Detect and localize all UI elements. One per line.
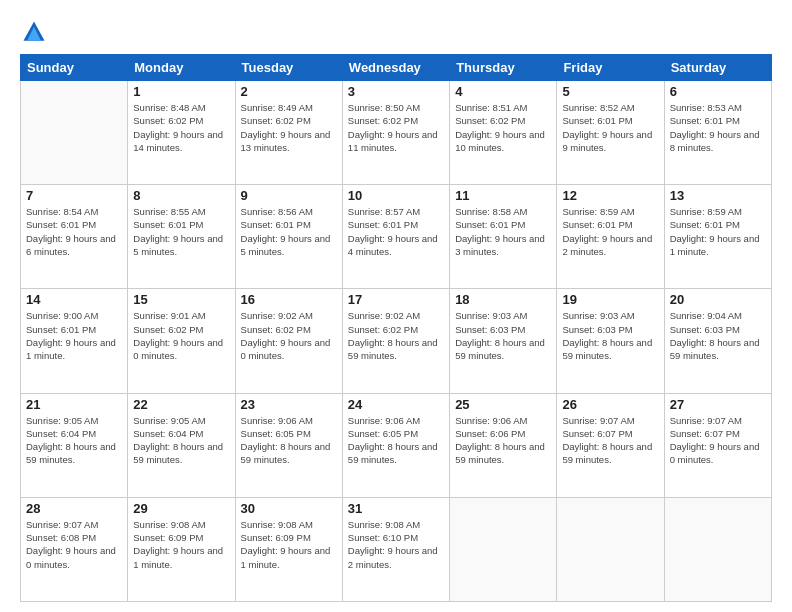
sunrise-label: Sunrise: 8:56 AM bbox=[241, 206, 313, 217]
day-number: 25 bbox=[455, 397, 551, 412]
calendar-header: SundayMondayTuesdayWednesdayThursdayFrid… bbox=[21, 55, 772, 81]
day-info: Sunrise: 8:58 AM Sunset: 6:01 PM Dayligh… bbox=[455, 205, 551, 258]
daylight-label: Daylight: 8 hours and 59 minutes. bbox=[562, 441, 652, 465]
day-number: 7 bbox=[26, 188, 122, 203]
day-info: Sunrise: 9:06 AM Sunset: 6:05 PM Dayligh… bbox=[241, 414, 337, 467]
day-info: Sunrise: 9:05 AM Sunset: 6:04 PM Dayligh… bbox=[26, 414, 122, 467]
sunset-label: Sunset: 6:03 PM bbox=[670, 324, 740, 335]
calendar-cell: 7 Sunrise: 8:54 AM Sunset: 6:01 PM Dayli… bbox=[21, 185, 128, 289]
day-number: 27 bbox=[670, 397, 766, 412]
sunset-label: Sunset: 6:01 PM bbox=[133, 219, 203, 230]
day-number: 16 bbox=[241, 292, 337, 307]
day-info: Sunrise: 8:48 AM Sunset: 6:02 PM Dayligh… bbox=[133, 101, 229, 154]
daylight-label: Daylight: 8 hours and 59 minutes. bbox=[562, 337, 652, 361]
sunset-label: Sunset: 6:02 PM bbox=[133, 324, 203, 335]
day-info: Sunrise: 9:08 AM Sunset: 6:10 PM Dayligh… bbox=[348, 518, 444, 571]
day-info: Sunrise: 8:59 AM Sunset: 6:01 PM Dayligh… bbox=[670, 205, 766, 258]
daylight-label: Daylight: 8 hours and 59 minutes. bbox=[455, 441, 545, 465]
day-number: 21 bbox=[26, 397, 122, 412]
sunrise-label: Sunrise: 8:54 AM bbox=[26, 206, 98, 217]
daylight-label: Daylight: 8 hours and 59 minutes. bbox=[133, 441, 223, 465]
sunset-label: Sunset: 6:04 PM bbox=[133, 428, 203, 439]
day-number: 5 bbox=[562, 84, 658, 99]
week-row-4: 21 Sunrise: 9:05 AM Sunset: 6:04 PM Dayl… bbox=[21, 393, 772, 497]
sunset-label: Sunset: 6:02 PM bbox=[133, 115, 203, 126]
sunset-label: Sunset: 6:01 PM bbox=[26, 324, 96, 335]
daylight-label: Daylight: 9 hours and 2 minutes. bbox=[562, 233, 652, 257]
day-number: 12 bbox=[562, 188, 658, 203]
day-number: 26 bbox=[562, 397, 658, 412]
day-number: 2 bbox=[241, 84, 337, 99]
week-row-2: 7 Sunrise: 8:54 AM Sunset: 6:01 PM Dayli… bbox=[21, 185, 772, 289]
sunrise-label: Sunrise: 8:52 AM bbox=[562, 102, 634, 113]
day-info: Sunrise: 9:08 AM Sunset: 6:09 PM Dayligh… bbox=[241, 518, 337, 571]
sunset-label: Sunset: 6:04 PM bbox=[26, 428, 96, 439]
day-info: Sunrise: 8:56 AM Sunset: 6:01 PM Dayligh… bbox=[241, 205, 337, 258]
sunset-label: Sunset: 6:02 PM bbox=[455, 115, 525, 126]
calendar-cell bbox=[450, 497, 557, 601]
sunrise-label: Sunrise: 9:08 AM bbox=[133, 519, 205, 530]
day-info: Sunrise: 8:51 AM Sunset: 6:02 PM Dayligh… bbox=[455, 101, 551, 154]
sunset-label: Sunset: 6:06 PM bbox=[455, 428, 525, 439]
sunrise-label: Sunrise: 9:02 AM bbox=[348, 310, 420, 321]
calendar-cell: 28 Sunrise: 9:07 AM Sunset: 6:08 PM Dayl… bbox=[21, 497, 128, 601]
day-info: Sunrise: 8:52 AM Sunset: 6:01 PM Dayligh… bbox=[562, 101, 658, 154]
day-info: Sunrise: 9:07 AM Sunset: 6:07 PM Dayligh… bbox=[670, 414, 766, 467]
sunrise-label: Sunrise: 9:06 AM bbox=[241, 415, 313, 426]
sunrise-label: Sunrise: 8:59 AM bbox=[562, 206, 634, 217]
daylight-label: Daylight: 9 hours and 1 minute. bbox=[26, 337, 116, 361]
sunrise-label: Sunrise: 9:05 AM bbox=[26, 415, 98, 426]
day-info: Sunrise: 8:59 AM Sunset: 6:01 PM Dayligh… bbox=[562, 205, 658, 258]
sunset-label: Sunset: 6:02 PM bbox=[348, 115, 418, 126]
calendar-cell: 30 Sunrise: 9:08 AM Sunset: 6:09 PM Dayl… bbox=[235, 497, 342, 601]
calendar-cell: 4 Sunrise: 8:51 AM Sunset: 6:02 PM Dayli… bbox=[450, 81, 557, 185]
daylight-label: Daylight: 9 hours and 0 minutes. bbox=[670, 441, 760, 465]
calendar-cell: 8 Sunrise: 8:55 AM Sunset: 6:01 PM Dayli… bbox=[128, 185, 235, 289]
day-number: 29 bbox=[133, 501, 229, 516]
calendar-cell: 19 Sunrise: 9:03 AM Sunset: 6:03 PM Dayl… bbox=[557, 289, 664, 393]
sunrise-label: Sunrise: 9:08 AM bbox=[348, 519, 420, 530]
sunrise-label: Sunrise: 9:07 AM bbox=[670, 415, 742, 426]
day-number: 31 bbox=[348, 501, 444, 516]
day-number: 10 bbox=[348, 188, 444, 203]
day-info: Sunrise: 9:06 AM Sunset: 6:06 PM Dayligh… bbox=[455, 414, 551, 467]
daylight-label: Daylight: 8 hours and 59 minutes. bbox=[455, 337, 545, 361]
sunrise-label: Sunrise: 9:02 AM bbox=[241, 310, 313, 321]
sunrise-label: Sunrise: 9:00 AM bbox=[26, 310, 98, 321]
calendar-cell: 15 Sunrise: 9:01 AM Sunset: 6:02 PM Dayl… bbox=[128, 289, 235, 393]
sunrise-label: Sunrise: 9:05 AM bbox=[133, 415, 205, 426]
daylight-label: Daylight: 8 hours and 59 minutes. bbox=[348, 337, 438, 361]
sunset-label: Sunset: 6:01 PM bbox=[26, 219, 96, 230]
sunrise-label: Sunrise: 9:03 AM bbox=[455, 310, 527, 321]
sunrise-label: Sunrise: 8:55 AM bbox=[133, 206, 205, 217]
weekday-header-friday: Friday bbox=[557, 55, 664, 81]
sunrise-label: Sunrise: 9:08 AM bbox=[241, 519, 313, 530]
day-number: 13 bbox=[670, 188, 766, 203]
sunrise-label: Sunrise: 9:07 AM bbox=[26, 519, 98, 530]
weekday-header-sunday: Sunday bbox=[21, 55, 128, 81]
weekday-header-tuesday: Tuesday bbox=[235, 55, 342, 81]
calendar-table: SundayMondayTuesdayWednesdayThursdayFrid… bbox=[20, 54, 772, 602]
day-info: Sunrise: 9:04 AM Sunset: 6:03 PM Dayligh… bbox=[670, 309, 766, 362]
weekday-header-monday: Monday bbox=[128, 55, 235, 81]
sunset-label: Sunset: 6:05 PM bbox=[241, 428, 311, 439]
day-info: Sunrise: 9:01 AM Sunset: 6:02 PM Dayligh… bbox=[133, 309, 229, 362]
sunset-label: Sunset: 6:01 PM bbox=[348, 219, 418, 230]
day-number: 20 bbox=[670, 292, 766, 307]
calendar-cell: 13 Sunrise: 8:59 AM Sunset: 6:01 PM Dayl… bbox=[664, 185, 771, 289]
sunset-label: Sunset: 6:03 PM bbox=[455, 324, 525, 335]
day-info: Sunrise: 9:03 AM Sunset: 6:03 PM Dayligh… bbox=[455, 309, 551, 362]
daylight-label: Daylight: 9 hours and 13 minutes. bbox=[241, 129, 331, 153]
sunset-label: Sunset: 6:01 PM bbox=[670, 115, 740, 126]
sunset-label: Sunset: 6:10 PM bbox=[348, 532, 418, 543]
sunset-label: Sunset: 6:09 PM bbox=[133, 532, 203, 543]
day-info: Sunrise: 9:06 AM Sunset: 6:05 PM Dayligh… bbox=[348, 414, 444, 467]
daylight-label: Daylight: 8 hours and 59 minutes. bbox=[348, 441, 438, 465]
header bbox=[20, 18, 772, 46]
daylight-label: Daylight: 9 hours and 5 minutes. bbox=[133, 233, 223, 257]
day-number: 11 bbox=[455, 188, 551, 203]
day-number: 22 bbox=[133, 397, 229, 412]
daylight-label: Daylight: 9 hours and 11 minutes. bbox=[348, 129, 438, 153]
day-number: 8 bbox=[133, 188, 229, 203]
day-info: Sunrise: 9:03 AM Sunset: 6:03 PM Dayligh… bbox=[562, 309, 658, 362]
